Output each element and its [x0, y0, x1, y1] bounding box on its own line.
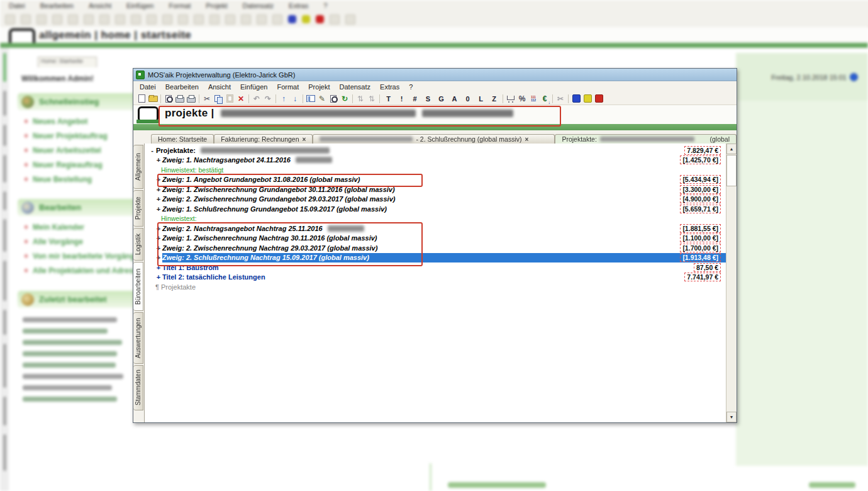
- tree-row-zweig[interactable]: + Zweig: 1. Schlußrechnung Grundangebot …: [145, 204, 726, 214]
- dock-strip-item[interactable]: [3, 397, 6, 426]
- tab-schlussrechnung[interactable]: - 2. Schlußrechnung (global massiv) ×: [313, 134, 555, 144]
- side-tab-auswertungen[interactable]: Auswertungen: [133, 312, 143, 364]
- bg-link[interactable]: +Neue Bestellung: [24, 175, 92, 184]
- bg-recent-item[interactable]: [23, 317, 117, 322]
- plugin-red-icon[interactable]: [595, 94, 603, 103]
- bg-toolbar-button[interactable]: [178, 14, 188, 25]
- move-down-icon[interactable]: ↓: [289, 94, 301, 104]
- print-preview-icon[interactable]: [163, 94, 174, 104]
- bg-sidebar-tab[interactable]: Home: Startseite: [38, 57, 97, 67]
- bg-menu-help[interactable]: ?: [323, 2, 327, 9]
- tree-row-zweig[interactable]: + Zweig: 2. Zwischenrechnung Nachtrag 29…: [145, 243, 726, 253]
- side-tab-logistik[interactable]: Logistik: [133, 228, 143, 261]
- bg-toolbar-button[interactable]: [99, 14, 109, 25]
- tree-row-zweig[interactable]: + Zweig: 1. Nachtragsangebot 24.11.2016 …: [145, 155, 726, 166]
- bg-toolbar-button[interactable]: [52, 14, 62, 25]
- menu-extras[interactable]: Extras: [380, 83, 399, 91]
- tree-row-zweig-selected[interactable]: + Zweig: 2. Schlußrechnung Nachtrag 15.0…: [145, 253, 726, 263]
- plugin-blue-icon[interactable]: [572, 94, 581, 103]
- bg-toolbar-button[interactable]: [5, 14, 15, 25]
- rowtype-g-button[interactable]: G: [435, 95, 448, 103]
- open-folder-icon[interactable]: [147, 94, 159, 104]
- rowtype-s-button[interactable]: S: [421, 95, 435, 103]
- bg-menu-extras[interactable]: Extras: [289, 2, 308, 9]
- rowtype-l-button[interactable]: L: [474, 95, 487, 103]
- plugin-yellow-icon[interactable]: [584, 94, 592, 103]
- bg-recent-item[interactable]: [23, 385, 112, 390]
- tree-row-titel[interactable]: + Titel 2: tatsächliche Leistungen 7.741…: [145, 273, 726, 283]
- bg-recent-item[interactable]: [23, 340, 122, 345]
- line-numbering-icon[interactable]: 111112: [528, 94, 539, 104]
- order-cart-icon[interactable]: [505, 94, 516, 104]
- bg-recent-item[interactable]: [23, 329, 108, 334]
- tree-row-zweig[interactable]: + Zweig: 2. Nachtragsangebot Nachtrag 25…: [145, 223, 726, 234]
- find-document-icon[interactable]: [328, 94, 339, 104]
- menu-help[interactable]: ?: [409, 83, 413, 91]
- close-tab-icon[interactable]: ×: [525, 136, 528, 143]
- dock-strip-item[interactable]: [3, 191, 6, 210]
- bg-toolbar-button[interactable]: [21, 14, 31, 25]
- bg-recent-item[interactable]: [23, 374, 123, 379]
- dock-strip-item[interactable]: [3, 261, 6, 301]
- tab-fakturierung-rechnungen[interactable]: Fakturierung: Rechnungen ×: [214, 134, 313, 144]
- bg-menu-format[interactable]: Format: [169, 2, 191, 9]
- rowtype-titel-button[interactable]: T: [382, 95, 395, 103]
- bg-link[interactable]: +Neuer Regieauftrag: [24, 161, 103, 169]
- tree-row-zweig[interactable]: + Zweig: 1. Zwischenrechnung Nachtrag 30…: [145, 234, 726, 244]
- bg-menu-projekt[interactable]: Projekt: [206, 2, 227, 9]
- bg-toolbar-button[interactable]: [272, 14, 282, 25]
- side-tab-bueroarbeiten[interactable]: Büroarbeiten: [133, 262, 143, 311]
- copy-icon[interactable]: [213, 94, 224, 104]
- sort-ascending-icon[interactable]: ⇅: [355, 94, 366, 104]
- bg-recent-item[interactable]: [23, 397, 117, 402]
- bg-plugin-blue-icon[interactable]: [288, 15, 296, 23]
- dock-strip-item[interactable]: [3, 219, 6, 252]
- side-tab-stammdaten[interactable]: Stammdaten: [133, 365, 143, 410]
- side-tab-allgemein[interactable]: Allgemein: [133, 145, 143, 189]
- bg-link[interactable]: +Neuer Projektauftrag: [24, 132, 108, 140]
- bg-toolbar-button[interactable]: [115, 14, 125, 25]
- properties-icon[interactable]: [305, 94, 316, 104]
- dock-strip-item[interactable]: [3, 155, 6, 183]
- bg-toolbar-button[interactable]: [345, 14, 355, 25]
- bg-link[interactable]: +Mein Kalender: [24, 223, 84, 232]
- new-document-icon[interactable]: [136, 94, 147, 104]
- window-titlebar[interactable]: MOS'aik Projektverwaltung (Elektro-Jaric…: [133, 69, 737, 81]
- bg-toolbar-button[interactable]: [84, 14, 94, 25]
- dock-strip-item[interactable]: [3, 53, 6, 82]
- send-icon[interactable]: ✂: [555, 94, 566, 104]
- tree-row-zweig[interactable]: + Zweig: 2. Zwischenrechnung Grundangebo…: [145, 195, 726, 205]
- tree-row-zweig[interactable]: + Zweig: 1. Zwischenrechnung Grundangebo…: [145, 184, 726, 195]
- print-list-icon[interactable]: [186, 94, 197, 104]
- bg-toolbar-button[interactable]: [36, 14, 47, 25]
- tree-row-zweig[interactable]: + Zweig: 1. Angebot Grundangebot 31.08.2…: [145, 175, 726, 185]
- scroll-thumb[interactable]: [726, 155, 737, 186]
- print-icon[interactable]: [174, 94, 186, 104]
- scroll-down-button[interactable]: ▼: [726, 412, 737, 422]
- tree-row-titel[interactable]: + Titel 1: Baustrom 87,50 €: [145, 262, 726, 273]
- side-tab-projekte[interactable]: Projekte: [133, 190, 143, 227]
- tree-row-projektakte[interactable]: - Projektakte: 7.829,47 €: [145, 145, 726, 155]
- bg-toolbar-button[interactable]: [257, 14, 267, 25]
- paste-icon[interactable]: [224, 94, 235, 104]
- bg-menu-bearbeiten[interactable]: Bearbeiten: [40, 2, 74, 9]
- undo-icon[interactable]: ↶: [251, 94, 262, 104]
- close-tab-icon[interactable]: ×: [303, 136, 306, 143]
- bg-link[interactable]: +Von mir bearbeitete Vorgänge: [24, 252, 139, 261]
- bg-toolbar-button[interactable]: [209, 14, 220, 25]
- dock-strip-item[interactable]: [3, 434, 6, 471]
- bg-menu-datensatz[interactable]: Datensatz: [243, 2, 274, 9]
- menu-datei[interactable]: Datei: [140, 83, 156, 91]
- cut-icon[interactable]: ✂: [201, 94, 213, 104]
- percent-icon[interactable]: %: [516, 94, 528, 104]
- bg-toolbar-button[interactable]: [330, 14, 340, 25]
- dock-strip-item[interactable]: [3, 91, 6, 116]
- delete-icon[interactable]: ✕: [235, 94, 247, 104]
- refresh-icon[interactable]: ↻: [339, 94, 350, 104]
- bg-link[interactable]: +Alle Projektakten und Adressen: [24, 266, 146, 275]
- sort-descending-icon[interactable]: ⇅: [366, 94, 377, 104]
- bg-plugin-red-icon[interactable]: [316, 15, 324, 23]
- bg-toolbar-button[interactable]: [147, 14, 157, 25]
- bg-toolbar-button[interactable]: [241, 14, 251, 25]
- tab-home-startseite[interactable]: Home: Startseite: [151, 134, 214, 144]
